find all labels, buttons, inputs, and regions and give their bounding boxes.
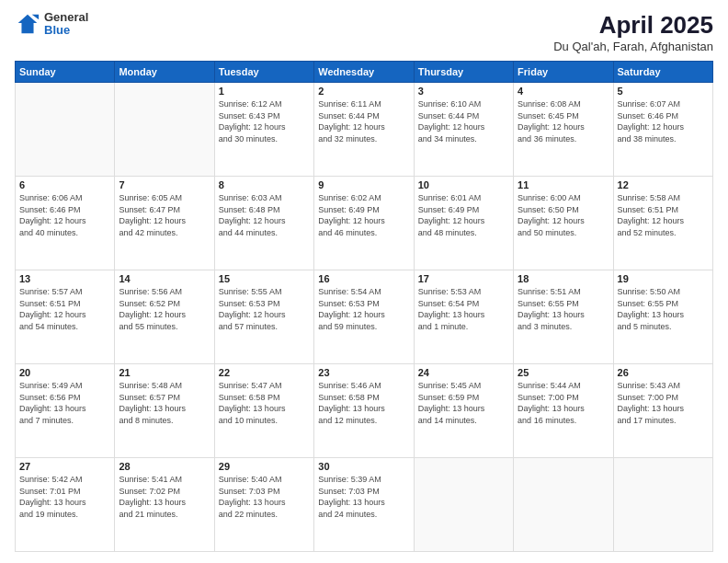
calendar-day-cell: 3Sunrise: 6:10 AM Sunset: 6:44 PM Daylig… xyxy=(414,83,513,177)
day-number: 16 xyxy=(318,273,409,284)
calendar-week-row: 27Sunrise: 5:42 AM Sunset: 7:01 PM Dayli… xyxy=(16,458,713,552)
day-info: Sunrise: 5:49 AM Sunset: 6:56 PM Dayligh… xyxy=(19,380,110,426)
day-number: 27 xyxy=(19,461,110,472)
day-number: 19 xyxy=(618,273,709,284)
svg-marker-1 xyxy=(32,15,39,20)
day-info: Sunrise: 5:47 AM Sunset: 6:58 PM Dayligh… xyxy=(219,380,310,426)
calendar-title: April 2025 xyxy=(553,11,713,40)
day-info: Sunrise: 5:51 AM Sunset: 6:55 PM Dayligh… xyxy=(518,286,609,332)
calendar-day-cell: 10Sunrise: 6:01 AM Sunset: 6:49 PM Dayli… xyxy=(414,177,513,270)
calendar-day-cell xyxy=(514,458,613,552)
calendar-day-cell: 12Sunrise: 5:58 AM Sunset: 6:51 PM Dayli… xyxy=(613,177,712,270)
calendar-day-cell: 6Sunrise: 6:06 AM Sunset: 6:46 PM Daylig… xyxy=(16,177,115,270)
day-info: Sunrise: 5:43 AM Sunset: 7:00 PM Dayligh… xyxy=(618,380,709,426)
calendar-day-header: Tuesday xyxy=(214,62,313,83)
day-number: 28 xyxy=(119,461,210,472)
day-info: Sunrise: 6:05 AM Sunset: 6:47 PM Dayligh… xyxy=(119,192,210,238)
day-number: 22 xyxy=(219,367,310,378)
logo-general-text: General xyxy=(44,11,88,24)
calendar-day-cell: 23Sunrise: 5:46 AM Sunset: 6:58 PM Dayli… xyxy=(314,364,414,458)
calendar-day-cell xyxy=(16,83,115,177)
calendar-day-cell: 20Sunrise: 5:49 AM Sunset: 6:56 PM Dayli… xyxy=(16,364,115,458)
calendar-day-cell: 8Sunrise: 6:03 AM Sunset: 6:48 PM Daylig… xyxy=(214,177,313,270)
day-info: Sunrise: 6:11 AM Sunset: 6:44 PM Dayligh… xyxy=(318,98,409,144)
page: General Blue April 2025 Du Qal'ah, Farah… xyxy=(0,0,728,563)
day-info: Sunrise: 5:40 AM Sunset: 7:03 PM Dayligh… xyxy=(219,474,310,520)
day-info: Sunrise: 5:39 AM Sunset: 7:03 PM Dayligh… xyxy=(318,474,409,520)
calendar-day-cell: 28Sunrise: 5:41 AM Sunset: 7:02 PM Dayli… xyxy=(115,458,214,552)
calendar-day-cell: 11Sunrise: 6:00 AM Sunset: 6:50 PM Dayli… xyxy=(514,177,613,270)
day-number: 30 xyxy=(318,461,409,472)
day-number: 20 xyxy=(19,367,110,378)
day-number: 17 xyxy=(418,273,509,284)
calendar-day-header: Thursday xyxy=(414,62,513,83)
calendar-day-cell: 16Sunrise: 5:54 AM Sunset: 6:53 PM Dayli… xyxy=(314,270,414,364)
calendar-day-cell: 9Sunrise: 6:02 AM Sunset: 6:49 PM Daylig… xyxy=(314,177,414,270)
calendar-day-cell: 17Sunrise: 5:53 AM Sunset: 6:54 PM Dayli… xyxy=(414,270,513,364)
calendar-day-cell: 30Sunrise: 5:39 AM Sunset: 7:03 PM Dayli… xyxy=(314,458,414,552)
day-info: Sunrise: 6:12 AM Sunset: 6:43 PM Dayligh… xyxy=(219,98,310,144)
day-number: 5 xyxy=(618,86,709,97)
calendar-day-cell: 18Sunrise: 5:51 AM Sunset: 6:55 PM Dayli… xyxy=(514,270,613,364)
day-info: Sunrise: 6:00 AM Sunset: 6:50 PM Dayligh… xyxy=(518,192,609,238)
calendar-week-row: 1Sunrise: 6:12 AM Sunset: 6:43 PM Daylig… xyxy=(16,83,713,177)
day-info: Sunrise: 5:41 AM Sunset: 7:02 PM Dayligh… xyxy=(119,474,210,520)
day-info: Sunrise: 5:42 AM Sunset: 7:01 PM Dayligh… xyxy=(19,474,110,520)
day-number: 15 xyxy=(219,273,310,284)
day-info: Sunrise: 6:01 AM Sunset: 6:49 PM Dayligh… xyxy=(418,192,509,238)
calendar-day-cell: 7Sunrise: 6:05 AM Sunset: 6:47 PM Daylig… xyxy=(115,177,214,270)
day-number: 8 xyxy=(219,179,310,190)
day-number: 11 xyxy=(518,179,609,190)
day-number: 18 xyxy=(518,273,609,284)
calendar-day-cell: 14Sunrise: 5:56 AM Sunset: 6:52 PM Dayli… xyxy=(115,270,214,364)
calendar-day-cell: 25Sunrise: 5:44 AM Sunset: 7:00 PM Dayli… xyxy=(514,364,613,458)
calendar-day-header: Friday xyxy=(514,62,613,83)
day-info: Sunrise: 5:53 AM Sunset: 6:54 PM Dayligh… xyxy=(418,286,509,332)
day-info: Sunrise: 5:44 AM Sunset: 7:00 PM Dayligh… xyxy=(518,380,609,426)
calendar-day-cell: 15Sunrise: 5:55 AM Sunset: 6:53 PM Dayli… xyxy=(214,270,313,364)
calendar-day-cell: 21Sunrise: 5:48 AM Sunset: 6:57 PM Dayli… xyxy=(115,364,214,458)
calendar-day-cell: 26Sunrise: 5:43 AM Sunset: 7:00 PM Dayli… xyxy=(613,364,712,458)
day-number: 4 xyxy=(518,86,609,97)
day-number: 24 xyxy=(418,367,509,378)
calendar-day-cell: 29Sunrise: 5:40 AM Sunset: 7:03 PM Dayli… xyxy=(214,458,313,552)
calendar-day-header: Wednesday xyxy=(314,62,414,83)
calendar-day-cell xyxy=(414,458,513,552)
day-info: Sunrise: 5:56 AM Sunset: 6:52 PM Dayligh… xyxy=(119,286,210,332)
calendar-day-cell: 4Sunrise: 6:08 AM Sunset: 6:45 PM Daylig… xyxy=(514,83,613,177)
day-info: Sunrise: 6:08 AM Sunset: 6:45 PM Dayligh… xyxy=(518,98,609,144)
calendar-header-row: SundayMondayTuesdayWednesdayThursdayFrid… xyxy=(16,62,713,83)
day-number: 2 xyxy=(318,86,409,97)
day-number: 29 xyxy=(219,461,310,472)
day-number: 12 xyxy=(618,179,709,190)
day-number: 10 xyxy=(418,179,509,190)
day-number: 13 xyxy=(19,273,110,284)
calendar-week-row: 20Sunrise: 5:49 AM Sunset: 6:56 PM Dayli… xyxy=(16,364,713,458)
day-info: Sunrise: 5:45 AM Sunset: 6:59 PM Dayligh… xyxy=(418,380,509,426)
calendar-subtitle: Du Qal'ah, Farah, Afghanistan xyxy=(553,40,713,53)
calendar-day-cell: 22Sunrise: 5:47 AM Sunset: 6:58 PM Dayli… xyxy=(214,364,313,458)
calendar-day-cell: 19Sunrise: 5:50 AM Sunset: 6:55 PM Dayli… xyxy=(613,270,712,364)
day-number: 14 xyxy=(119,273,210,284)
calendar-day-cell: 27Sunrise: 5:42 AM Sunset: 7:01 PM Dayli… xyxy=(16,458,115,552)
day-info: Sunrise: 5:58 AM Sunset: 6:51 PM Dayligh… xyxy=(618,192,709,238)
calendar-day-cell: 24Sunrise: 5:45 AM Sunset: 6:59 PM Dayli… xyxy=(414,364,513,458)
day-number: 3 xyxy=(418,86,509,97)
calendar-day-cell: 13Sunrise: 5:57 AM Sunset: 6:51 PM Dayli… xyxy=(16,270,115,364)
day-info: Sunrise: 6:02 AM Sunset: 6:49 PM Dayligh… xyxy=(318,192,409,238)
day-number: 6 xyxy=(19,179,110,190)
day-info: Sunrise: 6:06 AM Sunset: 6:46 PM Dayligh… xyxy=(19,192,110,238)
day-info: Sunrise: 5:50 AM Sunset: 6:55 PM Dayligh… xyxy=(618,286,709,332)
day-number: 25 xyxy=(518,367,609,378)
header-right: April 2025 Du Qal'ah, Farah, Afghanistan xyxy=(553,11,713,53)
day-number: 1 xyxy=(219,86,310,97)
logo-blue-text: Blue xyxy=(44,24,88,37)
calendar-day-cell xyxy=(115,83,214,177)
calendar-day-header: Sunday xyxy=(16,62,115,83)
day-info: Sunrise: 5:48 AM Sunset: 6:57 PM Dayligh… xyxy=(119,380,210,426)
day-number: 26 xyxy=(618,367,709,378)
calendar-day-header: Monday xyxy=(115,62,214,83)
day-number: 23 xyxy=(318,367,409,378)
logo: General Blue xyxy=(15,11,88,38)
calendar-day-cell xyxy=(613,458,712,552)
